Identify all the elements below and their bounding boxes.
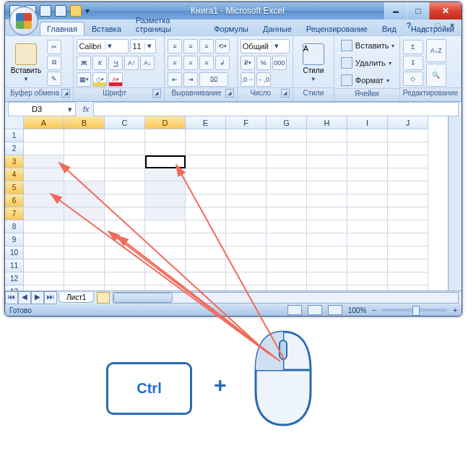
mdi-close-icon[interactable]: × (447, 21, 457, 31)
cell-J10[interactable] (388, 246, 428, 259)
cell-C3[interactable] (105, 155, 145, 168)
cell-F5[interactable] (226, 181, 267, 194)
number-dialog-launcher[interactable]: ◢ (281, 89, 290, 98)
cell-I3[interactable] (347, 155, 388, 168)
cell-B8[interactable] (64, 220, 105, 233)
office-button[interactable] (9, 7, 38, 35)
row-header-4[interactable]: 4 (5, 168, 24, 181)
cell-A11[interactable] (24, 259, 64, 272)
cell-D9[interactable] (145, 233, 186, 246)
maximize-button[interactable] (407, 2, 429, 20)
cell-D6[interactable] (145, 194, 186, 207)
cell-I11[interactable] (347, 259, 388, 272)
cut-button[interactable]: ✂ (47, 40, 61, 54)
col-header-E[interactable]: E (186, 116, 226, 129)
cell-C8[interactable] (105, 220, 145, 233)
cell-D1[interactable] (145, 129, 186, 142)
cell-H1[interactable] (307, 129, 347, 142)
cell-H8[interactable] (307, 220, 347, 233)
cell-F11[interactable] (226, 259, 267, 272)
bold-button[interactable]: Ж (77, 56, 91, 70)
sheet-nav-prev[interactable]: ◀ (18, 291, 31, 304)
col-header-H[interactable]: H (307, 116, 347, 129)
decrease-decimal-button[interactable]: ←,0 (256, 72, 271, 87)
tab-formulas[interactable]: Формулы (207, 22, 256, 35)
cell-F8[interactable] (226, 220, 267, 233)
cell-H2[interactable] (307, 142, 347, 155)
cell-D7[interactable] (145, 207, 186, 220)
cell-A4[interactable] (24, 168, 64, 181)
cell-E6[interactable] (186, 194, 226, 207)
select-all-corner[interactable] (5, 116, 24, 129)
row-header-10[interactable]: 10 (5, 246, 24, 259)
font-name-combo[interactable]: Calibri▾ (77, 39, 129, 53)
cell-D10[interactable] (145, 246, 186, 259)
qat-warning-icon[interactable] (70, 5, 82, 17)
help-icon[interactable]: ? (404, 21, 414, 31)
find-select-button[interactable]: 🔍 (426, 64, 446, 87)
cell-G10[interactable] (267, 246, 307, 259)
format-painter-button[interactable]: ✎ (47, 72, 61, 86)
cell-B6[interactable] (64, 194, 105, 207)
cell-J5[interactable] (388, 181, 428, 194)
row-header-12[interactable]: 12 (5, 272, 24, 285)
cell-I12[interactable] (347, 272, 388, 285)
fill-color-button[interactable]: ◇▾ (92, 72, 107, 87)
cell-J7[interactable] (388, 207, 428, 220)
close-button[interactable] (429, 2, 462, 20)
styles-button[interactable]: A Стили ▼ (296, 38, 331, 87)
cell-G1[interactable] (267, 129, 307, 142)
cell-A6[interactable] (24, 194, 64, 207)
zoom-in-button[interactable]: + (453, 306, 457, 314)
col-header-B[interactable]: B (64, 116, 105, 129)
cell-F1[interactable] (226, 129, 267, 142)
cell-I7[interactable] (347, 207, 388, 220)
cell-H12[interactable] (307, 272, 347, 285)
cell-H4[interactable] (307, 168, 347, 181)
cell-F9[interactable] (226, 233, 267, 246)
cell-C1[interactable] (105, 129, 145, 142)
cell-H7[interactable] (307, 207, 347, 220)
cell-E8[interactable] (186, 220, 226, 233)
insert-sheet-button[interactable] (97, 292, 110, 304)
cell-H5[interactable] (307, 181, 347, 194)
sheet-tab-1[interactable]: Лист1 (59, 293, 94, 303)
cell-J4[interactable] (388, 168, 428, 181)
tab-page-layout[interactable]: Разметка страницы (129, 13, 207, 35)
view-pagebreak-button[interactable] (328, 305, 342, 315)
name-box-dropdown-icon[interactable]: ▾ (65, 105, 75, 114)
cell-A9[interactable] (24, 233, 64, 246)
minimize-button[interactable] (384, 2, 407, 20)
zoom-level[interactable]: 100% (348, 306, 367, 314)
currency-button[interactable]: ₽▾ (241, 56, 255, 70)
sort-filter-button[interactable]: A↓Z (426, 39, 446, 62)
row-header-2[interactable]: 2 (5, 142, 24, 155)
cell-C7[interactable] (105, 207, 145, 220)
orientation-button[interactable]: ⟲▾ (215, 39, 230, 53)
tab-insert[interactable]: Вставка (85, 22, 129, 35)
cell-E9[interactable] (186, 233, 226, 246)
cell-A7[interactable] (24, 207, 64, 220)
row-header-5[interactable]: 5 (5, 181, 24, 194)
row-header-6[interactable]: 6 (5, 194, 24, 207)
row-header-9[interactable]: 9 (5, 233, 24, 246)
cell-H6[interactable] (307, 194, 347, 207)
cell-E1[interactable] (186, 129, 226, 142)
fx-button[interactable]: fx (79, 105, 93, 113)
cell-B2[interactable] (64, 142, 105, 155)
cell-D3[interactable] (145, 155, 186, 168)
cell-B1[interactable] (64, 129, 105, 142)
cell-E12[interactable] (186, 272, 226, 285)
italic-button[interactable]: К (92, 56, 107, 70)
tab-home[interactable]: Главная (40, 22, 85, 35)
increase-indent-button[interactable]: ⇥ (183, 72, 198, 87)
cell-F6[interactable] (226, 194, 267, 207)
name-box[interactable]: D3 ▾ (8, 102, 76, 116)
row-header-8[interactable]: 8 (5, 220, 24, 233)
cell-J12[interactable] (388, 272, 428, 285)
number-format-combo[interactable]: Общий▾ (241, 39, 290, 53)
cell-G2[interactable] (267, 142, 307, 155)
cell-A1[interactable] (24, 129, 64, 142)
col-header-A[interactable]: A (24, 116, 64, 129)
vertical-scrollbar[interactable] (448, 116, 462, 291)
